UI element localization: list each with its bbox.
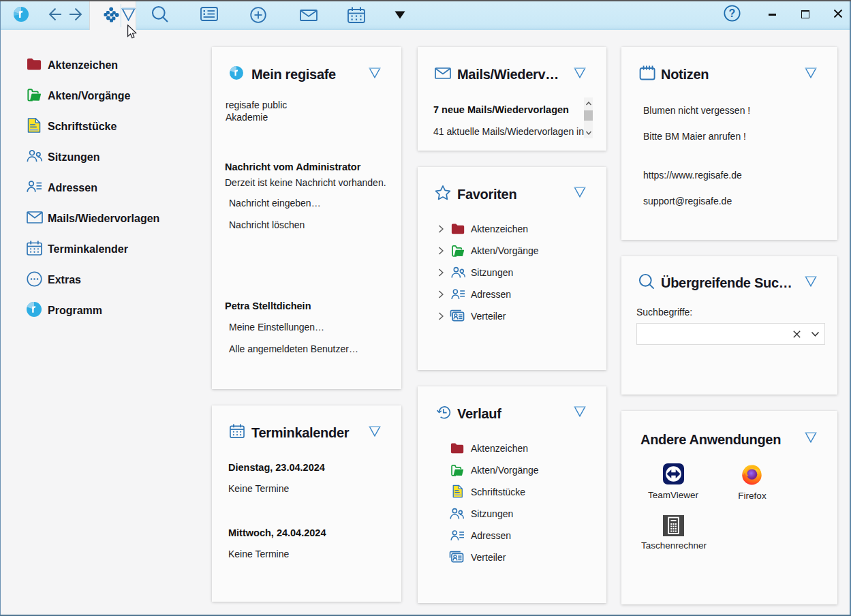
svg-text:?: ? [729,7,736,19]
